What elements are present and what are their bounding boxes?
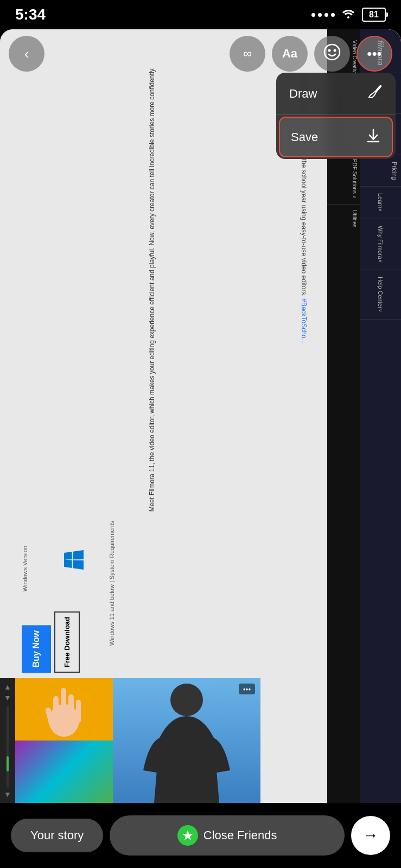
infinity-button[interactable]: ∞ [230, 36, 265, 72]
thumb-bottom [15, 741, 113, 803]
svg-point-6 [170, 684, 203, 716]
signal-dots [311, 13, 335, 17]
utilities-label: Utilities [327, 205, 360, 233]
thumb-right: ●●● [113, 678, 260, 803]
status-bar: 5:34 81 [0, 0, 401, 29]
pdf-solutions-label: PDF Solutions ∨ [327, 154, 360, 205]
windows-version-label: Windows Version [22, 546, 28, 591]
svg-point-8 [328, 49, 331, 52]
free-download-btn: Free Download [54, 611, 80, 673]
status-icons: 81 [311, 8, 386, 22]
close-friends-label: Close Friends [203, 828, 277, 843]
signal-dot-4 [331, 13, 335, 17]
sticker-icon [322, 42, 342, 66]
battery-indicator: 81 [362, 8, 386, 22]
windows-logo [64, 550, 84, 570]
text-button[interactable]: Aa [272, 36, 308, 72]
back-icon: ‹ [24, 46, 29, 62]
wifi-icon [341, 8, 355, 22]
content-area: More for Creators Meet Filmora 11, the v… [0, 29, 401, 868]
more-options-button[interactable]: ••• [357, 36, 392, 72]
draw-menu-item[interactable]: Draw [276, 73, 396, 115]
nav-pricing: Pricing [360, 155, 401, 187]
nav-why-filmora: Why Filmora ∨ [360, 219, 401, 270]
close-friends-button[interactable]: Close Friends [110, 815, 345, 856]
svg-rect-2 [53, 696, 59, 723]
buy-now-btn: Buy Now [22, 625, 51, 673]
next-button[interactable]: → [351, 816, 390, 855]
video-thumbnails: ▲ ▼ ▼ [0, 678, 260, 803]
svg-point-7 [324, 44, 340, 60]
bottom-bar: Your story Close Friends → [0, 803, 401, 868]
dropdown-menu: Draw Save [276, 73, 396, 159]
signal-dot-1 [311, 13, 315, 17]
svg-rect-4 [76, 700, 81, 723]
your-story-button[interactable]: Your story [11, 819, 103, 852]
draw-icon [366, 84, 383, 104]
svg-marker-11 [182, 831, 193, 840]
save-menu-item[interactable]: Save [279, 117, 393, 157]
text-aa-icon: Aa [282, 47, 297, 61]
green-star-icon [177, 825, 198, 846]
svg-rect-3 [68, 694, 74, 722]
more-icon: ••• [367, 46, 381, 62]
thumb-left-column [15, 678, 113, 803]
top-toolbar: ‹ ∞ Aa ••• [0, 29, 401, 78]
status-time: 5:34 [15, 6, 46, 23]
scrollbar: ▲ ▼ ▼ [0, 678, 15, 803]
svg-point-9 [334, 49, 336, 52]
save-icon [366, 127, 381, 146]
save-label: Save [291, 130, 318, 144]
back-button[interactable]: ‹ [9, 36, 44, 72]
thumb-top [15, 678, 113, 741]
nav-learn: Learn ∨ [360, 187, 401, 219]
draw-label: Draw [289, 87, 317, 101]
arrow-right-icon: → [363, 827, 378, 844]
signal-dot-3 [324, 13, 328, 17]
sticker-button[interactable] [314, 36, 350, 72]
hero-subtitle: Meet Filmora 11, the video editor, which… [148, 67, 156, 512]
signal-dot-2 [318, 13, 322, 17]
system-requirements-label: Windows 11 and below | System Requiremen… [109, 521, 115, 646]
nav-help: Help Center ∨ [360, 270, 401, 320]
your-story-label: Your story [30, 828, 84, 842]
svg-rect-1 [61, 688, 66, 718]
toolbar-right-buttons: ∞ Aa ••• [230, 36, 392, 72]
infinity-icon: ∞ [243, 47, 252, 61]
